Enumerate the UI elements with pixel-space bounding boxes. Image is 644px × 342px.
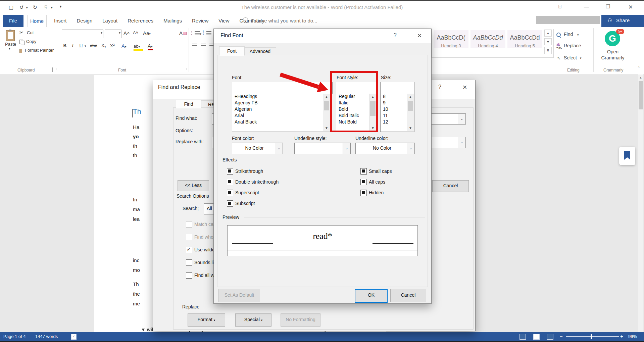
zoom-out-icon[interactable]: − <box>560 333 563 339</box>
underline-color-dropdown-icon[interactable]: ⌄ <box>407 143 414 154</box>
underline-style-dropdown-icon[interactable]: ⌄ <box>343 143 350 154</box>
font-color-icon[interactable]: A▾ <box>148 43 153 49</box>
checkbox-find-all-w[interactable] <box>186 272 192 279</box>
tab-home[interactable]: Home <box>27 15 47 27</box>
zoom-slider-track[interactable] <box>566 336 619 337</box>
underline-dropdown-icon[interactable]: ▾ <box>85 44 86 48</box>
zoom-slider-thumb[interactable] <box>591 334 592 339</box>
font-color-dropdown-icon[interactable]: ⌄ <box>275 143 283 154</box>
proofing-icon[interactable]: ✓ <box>71 334 77 340</box>
paste-button[interactable]: Paste ▾ <box>5 30 16 51</box>
underline-icon[interactable]: U <box>79 43 83 49</box>
bullets-icon[interactable]: ••• ▾ <box>191 30 201 36</box>
style-card-heading-3[interactable]: AaBbCcD(Heading 3 <box>434 30 468 48</box>
list-item[interactable]: Arial <box>232 112 330 119</box>
styles-more-icon[interactable]: ⊽ <box>544 47 552 54</box>
tab-view[interactable]: View <box>216 15 232 27</box>
align-left-icon[interactable] <box>192 44 197 47</box>
zoom-in-icon[interactable]: + <box>620 333 623 339</box>
list-item[interactable]: Arial Black <box>232 119 330 125</box>
find-font-close-icon[interactable]: ✕ <box>417 32 422 39</box>
font-name-combo[interactable]: ▾ <box>62 30 103 38</box>
special-button[interactable]: Special ▾ <box>235 313 271 327</box>
size-edit[interactable] <box>380 82 414 94</box>
tab-insert[interactable]: Insert <box>51 15 69 27</box>
effect-hidden[interactable] <box>360 190 367 196</box>
grow-font-icon[interactable]: A˄ <box>123 30 130 36</box>
tab-font[interactable]: Font <box>219 46 245 56</box>
scroll-up-icon[interactable]: ▲ <box>638 75 643 79</box>
customize-qat-icon[interactable]: ▾̄ <box>60 4 62 9</box>
format-painter-button[interactable]: Format Painter <box>19 47 54 53</box>
less-button[interactable]: << Less <box>178 180 209 191</box>
no-formatting-button[interactable]: No Formatting <box>281 313 320 327</box>
numbering-icon[interactable]: 123 <box>203 30 211 36</box>
tab-references[interactable]: References <box>125 15 156 27</box>
touch-mode-dropdown-icon[interactable]: ▾ <box>51 6 53 9</box>
tab-find[interactable]: Find <box>176 100 201 108</box>
find-font-titlebar[interactable] <box>214 29 431 43</box>
size-list-scrollbar[interactable]: ▲ ▼ <box>407 94 414 131</box>
align-center-icon[interactable] <box>201 44 206 47</box>
print-layout-icon[interactable] <box>533 334 540 340</box>
tab-advanced[interactable]: Advanced <box>244 47 276 55</box>
strikethrough-icon[interactable]: abe <box>90 43 97 48</box>
tab-design[interactable]: Design <box>74 15 95 27</box>
page-indicator[interactable]: Page 1 of 4 <box>3 334 26 339</box>
redo-icon[interactable]: ↻ <box>33 4 37 10</box>
fr-cancel-button[interactable]: Cancel <box>432 180 469 192</box>
size-listbox[interactable]: 89101112 ▲ ▼ <box>380 93 414 132</box>
restore-icon[interactable]: ❐ <box>606 4 610 10</box>
replace-with-dropdown-icon[interactable]: ⌄ <box>458 137 465 148</box>
find-what-dropdown-icon[interactable]: ⌄ <box>458 114 465 124</box>
shrink-font-icon[interactable]: A˅ <box>133 30 138 35</box>
font-color-dropdown[interactable]: No Color ⌄ <box>232 143 283 154</box>
zoom-percent[interactable]: 99% <box>628 334 637 339</box>
find-font-help-icon[interactable]: ? <box>394 32 397 38</box>
tab-mailings[interactable]: Mailings <box>161 15 185 27</box>
bold-icon[interactable]: B <box>63 43 66 49</box>
ff-cancel-button[interactable]: Cancel <box>390 289 426 302</box>
effect-small-caps[interactable] <box>360 168 367 175</box>
italic-icon[interactable]: I <box>72 43 73 49</box>
share-button[interactable]: ⚇ Share <box>601 15 644 27</box>
read-mode-icon[interactable] <box>519 334 526 340</box>
styles-scroll-up-icon[interactable]: ▲ <box>544 30 552 37</box>
effect-strikethrough[interactable] <box>227 168 233 175</box>
effect-superscript[interactable] <box>227 190 233 196</box>
find-replace-help-icon[interactable]: ? <box>438 84 441 90</box>
tab-review[interactable]: Review <box>189 15 211 27</box>
minimize-icon[interactable]: — <box>584 4 589 9</box>
checkbox-sounds-li[interactable] <box>186 259 192 266</box>
styles-scroll-down-icon[interactable]: ▼ <box>544 38 552 45</box>
style-card-heading-5[interactable]: AaBbCcDdHeading 5 <box>507 30 542 48</box>
ok-button[interactable]: OK <box>355 289 388 303</box>
grammarly-sidebar-button[interactable] <box>619 147 635 165</box>
list-item[interactable]: Agency FB <box>232 100 330 106</box>
change-case-icon[interactable]: Aa▾ <box>143 30 151 36</box>
font-edit[interactable] <box>232 82 333 94</box>
clipboard-dialog-launcher[interactable] <box>52 67 57 72</box>
font-listbox[interactable]: +HeadingsAgency FBAlgerianArialArial Bla… <box>232 93 331 132</box>
find-replace-close-icon[interactable]: ✕ <box>462 84 467 91</box>
underline-color-dropdown[interactable]: No Color ⌄ <box>355 143 415 154</box>
ribbon-display-options-icon[interactable]: ⍐ <box>558 4 561 10</box>
copy-button[interactable]: Copy <box>19 38 36 44</box>
checkbox-use-wildc[interactable] <box>186 247 192 253</box>
font-size-combo[interactable]: ▾ <box>105 30 121 38</box>
highlight-color-icon[interactable]: ab▾ <box>134 43 140 49</box>
font-dialog-launcher[interactable] <box>183 67 188 72</box>
vertical-scrollbar[interactable]: ▲ <box>638 75 643 332</box>
tab-file[interactable]: File <box>3 15 23 27</box>
subscript-icon[interactable]: X2 <box>101 43 106 49</box>
touch-mode-icon[interactable]: ☟ <box>44 4 47 10</box>
list-item[interactable]: Algerian <box>232 106 330 112</box>
web-layout-icon[interactable] <box>547 334 553 340</box>
checkbox-match-cas[interactable] <box>186 221 192 228</box>
effect-subscript[interactable] <box>227 200 233 207</box>
open-grammarly-button[interactable]: G 5+ Open Grammarly <box>600 30 627 68</box>
font-list-scrollbar[interactable]: ▲ ▼ <box>323 94 330 131</box>
undo-dropdown-icon[interactable]: ▾ <box>26 6 28 9</box>
tell-me-box[interactable]: Tell me what you want to do... <box>251 15 317 27</box>
close-icon[interactable]: ✕ <box>628 4 633 11</box>
